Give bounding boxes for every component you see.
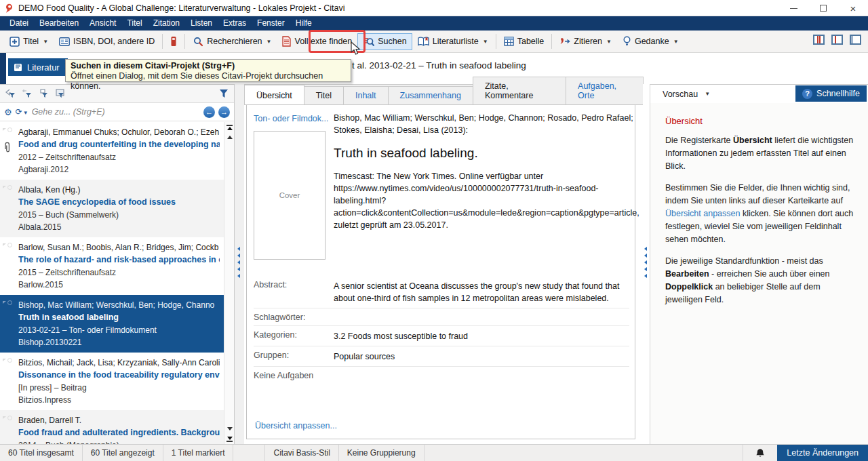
field-abstract[interactable]: Abstract: A senior scientist at Oceana d… [254, 276, 629, 308]
item-title: Dissonance in the food traceability regu… [18, 369, 220, 382]
restore-button[interactable] [808, 0, 838, 16]
tabelle-label: Tabelle [517, 37, 545, 46]
uebersicht-anpassen-link[interactable]: Übersicht anpassen [665, 209, 740, 218]
list-item[interactable]: Braden, Darrell T. Food fraud and adulte… [0, 410, 224, 444]
isbn-doi-button[interactable]: ISBN, DOI, andere ID [54, 33, 160, 49]
recherchieren-icon [193, 36, 203, 47]
circle-icon [7, 185, 12, 190]
gedanke-icon [623, 36, 631, 47]
import-button[interactable] [165, 33, 182, 50]
field-groups[interactable]: Gruppen: Popular sources [254, 346, 629, 366]
scroll-jump-bottom-button[interactable] [224, 434, 235, 444]
back-button[interactable]: ← [203, 106, 215, 118]
isbn-doi-label: ISBN, DOI, andere ID [73, 37, 155, 46]
flag-icon [3, 301, 6, 304]
notifications-button[interactable] [743, 445, 777, 461]
field-value [334, 313, 629, 322]
layout-two-pane-icon[interactable] [831, 35, 843, 45]
menu-item-titel[interactable]: Titel [121, 16, 147, 31]
goto-input[interactable] [32, 107, 200, 117]
scroll-jump-top-button[interactable] [224, 122, 235, 132]
list-item-selected[interactable]: Bishop, Mac William; Werschkul, Ben; Hod… [0, 295, 224, 353]
scroll-up-button[interactable] [224, 132, 235, 142]
flag-icon [3, 128, 6, 131]
goto-bar: ⚙ ⟳▼ ← → [0, 103, 234, 121]
left-collapse-handle[interactable] [237, 247, 240, 278]
item-citekey: Bishop.20130221 [18, 336, 220, 348]
list-item[interactable]: Albala, Ken (Hg.) The SAGE encyclopedia … [0, 180, 224, 237]
filter-selection-icon[interactable] [5, 89, 16, 98]
item-meta: [In press] – Beitrag [18, 382, 220, 394]
menu-item-fenster[interactable]: Fenster [252, 16, 290, 31]
layout-one-pane-icon[interactable] [850, 35, 861, 45]
right-collapse-handle[interactable] [644, 247, 647, 278]
suchen-label: Suchen [378, 37, 406, 46]
menu-item-ansicht[interactable]: Ansicht [84, 16, 121, 31]
gear-icon[interactable]: ⚙ [4, 107, 12, 117]
suchen-button[interactable]: Suchen [357, 33, 412, 50]
field-keywords[interactable]: Schlagwörter: [254, 308, 629, 325]
layout-three-pane-icon[interactable] [813, 35, 825, 45]
list-scrollbar[interactable] [224, 122, 234, 444]
item-meta: 2014 – Buch (Monographie) [18, 439, 220, 444]
minimize-button[interactable] [778, 0, 808, 16]
item-authors: Braden, Darrell T. [18, 414, 220, 426]
add-title-button[interactable]: Titel▼ [4, 33, 54, 50]
cover-placeholder[interactable]: Cover [254, 131, 326, 260]
detail-panel: Übersicht Titel Inhalt Zusammenhang Zita… [244, 84, 643, 444]
customize-overview-link[interactable]: Übersicht anpassen... [255, 421, 337, 430]
tab-zitate-kommentare[interactable]: Zitate, Kommentare [473, 77, 566, 104]
menu-item-listen[interactable]: Listen [185, 16, 218, 31]
gedanke-button[interactable]: Gedanke▼ [617, 33, 684, 50]
tab-zusammenhang[interactable]: Zusammenhang [388, 86, 473, 104]
list-item[interactable]: Agbaraji, Emmanuel Chuks; Ochulor, Debor… [0, 122, 224, 180]
cover-label: Cover [279, 191, 300, 199]
circle-icon [7, 243, 12, 247]
right-splitter[interactable] [643, 84, 650, 444]
restore-icon [820, 5, 827, 12]
sync-settings-icon[interactable]: ⟳▼ [16, 107, 28, 117]
document-type-link[interactable]: Ton- oder Filmdok... [254, 114, 328, 123]
zitieren-button[interactable]: Zitieren▼ [554, 33, 617, 49]
forward-button[interactable]: → [218, 106, 230, 118]
scroll-down-button[interactable] [224, 424, 235, 434]
filter-page-icon[interactable] [54, 89, 65, 98]
recherchieren-button[interactable]: Recherchieren▼ [187, 33, 277, 50]
close-button[interactable]: × [838, 0, 868, 16]
dropdown-caret-icon: ▼ [606, 39, 612, 45]
left-splitter[interactable] [235, 84, 244, 444]
field-tasks[interactable]: Keine Aufgaben [254, 366, 629, 384]
menu-item-bearbeiten[interactable]: Bearbeiten [34, 16, 84, 31]
letzte-aenderungen-button[interactable]: Letzte Änderungen [777, 445, 868, 461]
literatur-nav-tab[interactable]: Literatur [8, 58, 68, 76]
citation-authors[interactable]: Bishop, Mac William; Werschkul, Ben; Hod… [334, 112, 640, 136]
item-authors: Bitzios, Michail; Jack, Lisa; Krzyzaniak… [18, 357, 220, 369]
toolbar-separator [162, 34, 163, 49]
item-citekey: Bitzios.Inpress [18, 394, 220, 406]
reference-source[interactable]: Timescast: The New York Times. Online ve… [334, 170, 640, 231]
menu-item-extras[interactable]: Extras [218, 16, 252, 31]
item-citekey: Agbaraji.2012 [18, 163, 220, 176]
menu-item-hilfe[interactable]: Hilfe [290, 16, 317, 31]
field-label: Gruppen: [254, 350, 334, 363]
menu-item-zitation[interactable]: Zitation [148, 16, 185, 31]
list-item[interactable]: Bitzios, Michail; Jack, Lisa; Krzyzaniak… [0, 353, 224, 410]
tabelle-button[interactable]: Tabelle [498, 33, 550, 49]
schnellhilfe-button[interactable]: ? Schnellhilfe [795, 85, 867, 102]
tab-aufgaben-orte[interactable]: Aufgaben, Orte [566, 77, 644, 104]
status-citation-style[interactable]: Citavi Basis-Stil [265, 445, 338, 461]
filter-checkbox-icon[interactable] [38, 89, 48, 98]
field-categories[interactable]: Kategorien: 3.2 Foods most susceptible t… [254, 325, 629, 346]
filter-link-icon[interactable] [22, 89, 32, 98]
tooltip-title: Suchen in diesem Citavi-Projekt (Strg+F) [71, 60, 346, 71]
reference-title[interactable]: Truth in seafood labeling. [334, 146, 640, 161]
gedanke-label: Gedanke [635, 37, 669, 46]
flag-icon [3, 416, 6, 419]
list-item[interactable]: Barlow, Susan M.; Boobis, Alan R.; Bridg… [0, 237, 224, 295]
status-grouping[interactable]: Keine Gruppierung [339, 445, 425, 461]
vorschau-selector[interactable]: Vorschau [663, 89, 698, 99]
tab-inhalt[interactable]: Inhalt [343, 86, 389, 104]
item-meta: 2012 – Zeitschriftenaufsatz [18, 151, 220, 163]
menu-item-datei[interactable]: Datei [4, 16, 34, 31]
literaturliste-button[interactable]: Literaturliste▼ [412, 33, 494, 49]
